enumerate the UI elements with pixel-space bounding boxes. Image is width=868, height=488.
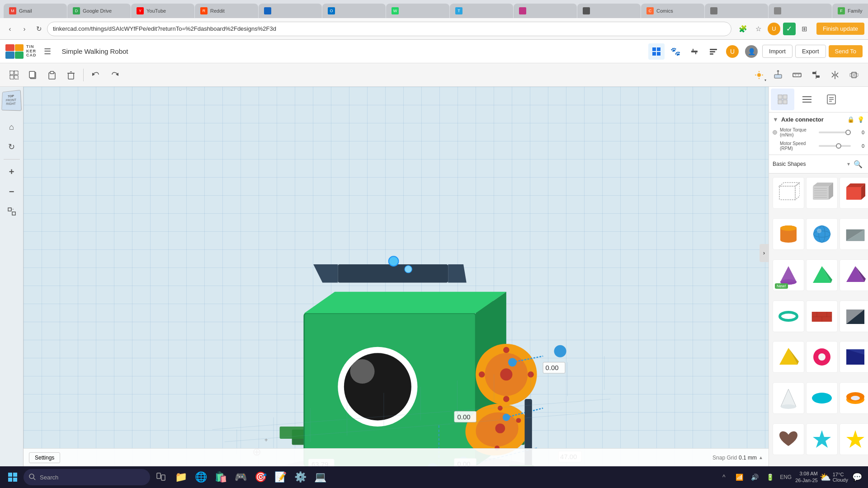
back-button[interactable]: ‹: [4, 23, 16, 35]
taskbar-edge[interactable]: 🌐: [192, 468, 210, 486]
hide-icons-button[interactable]: ^: [717, 470, 731, 484]
network-icon[interactable]: 📶: [732, 470, 746, 484]
tab-app4[interactable]: [769, 4, 832, 18]
paste-tool[interactable]: [43, 66, 61, 84]
profile-button[interactable]: U: [768, 23, 780, 35]
grid-view-panel-button[interactable]: [795, 89, 819, 110]
tab-yt[interactable]: Y YouTube: [131, 4, 194, 18]
tab-drive[interactable]: D Google Drive: [67, 4, 131, 18]
circuit-view-button[interactable]: [686, 43, 703, 60]
shape-pyramid-yellow[interactable]: [773, 341, 804, 373]
shape-cylinder[interactable]: [773, 218, 804, 250]
canvas-area[interactable]: 63.79 0.00 47.00 0.00 0.00: [24, 87, 769, 466]
workplane-tool[interactable]: [769, 66, 787, 84]
shape-box-solid[interactable]: [840, 177, 868, 209]
volume-icon[interactable]: 🔊: [747, 470, 762, 484]
taskbar-word[interactable]: 📝: [271, 468, 289, 486]
finish-update-button[interactable]: Finish update: [816, 23, 864, 35]
shape-cone-white[interactable]: [773, 382, 804, 414]
settings-profile-button[interactable]: 👤: [743, 43, 760, 60]
motor-speed-slider[interactable]: [819, 145, 851, 147]
shapes-dropdown-arrow[interactable]: ▾: [847, 161, 850, 167]
delete-tool[interactable]: [62, 66, 80, 84]
shape-star-teal[interactable]: [806, 423, 838, 455]
copy-tool[interactable]: [24, 66, 42, 84]
shapes-search-button[interactable]: 🔍: [852, 158, 864, 170]
taskbar-search-bar[interactable]: Search: [24, 469, 150, 485]
grid-view-button[interactable]: [648, 43, 665, 60]
taskbar-weather[interactable]: ⛅ 17°C Cloudy: [820, 472, 848, 483]
taskbar-explorer[interactable]: 📁: [172, 468, 190, 486]
tab-instagram[interactable]: [514, 4, 577, 18]
axle-collapse-button[interactable]: ▼: [773, 116, 778, 123]
refresh-button[interactable]: ↻: [33, 23, 45, 35]
align-tool[interactable]: [807, 66, 825, 84]
tinkercad-check-icon[interactable]: ✓: [783, 23, 796, 35]
shape-star-yellow[interactable]: [840, 423, 868, 455]
forward-button[interactable]: ›: [18, 23, 31, 35]
tab-whatsapp[interactable]: W: [386, 4, 449, 18]
taskbar-settings[interactable]: ⚙️: [291, 468, 309, 486]
shape-box-striped[interactable]: [806, 177, 838, 209]
tab-app1[interactable]: [259, 4, 322, 18]
battery-icon[interactable]: 🔋: [763, 470, 777, 484]
extensions-button[interactable]: 🧩: [737, 23, 750, 35]
light-tool[interactable]: ▾: [750, 66, 768, 84]
taskbar-dev[interactable]: 💻: [311, 468, 329, 486]
select-all-tool[interactable]: [5, 66, 23, 84]
panel-collapse-button[interactable]: ›: [760, 244, 769, 262]
axle-lock-icon[interactable]: 🔒: [847, 116, 854, 123]
shape-cone-new[interactable]: New!: [773, 259, 804, 291]
shape-heart[interactable]: [773, 423, 804, 455]
taskbar-clock[interactable]: 3:08 AM 26-Jan-25: [795, 470, 818, 484]
codeblock-button[interactable]: [705, 43, 722, 60]
start-button[interactable]: [4, 468, 22, 486]
task-view-button[interactable]: [152, 468, 170, 486]
shape-wedge[interactable]: [840, 218, 868, 250]
ruler-tool[interactable]: [788, 66, 806, 84]
tab-app2[interactable]: [577, 4, 641, 18]
taskbar-app1[interactable]: 🎯: [251, 468, 269, 486]
notes-view-button[interactable]: [820, 89, 843, 110]
extensions2-button[interactable]: ⊞: [798, 23, 811, 35]
notification-button[interactable]: 💬: [850, 470, 864, 484]
shape-sphere[interactable]: [806, 218, 838, 250]
settings-button[interactable]: Settings: [29, 452, 60, 463]
shape-torus-teal[interactable]: [773, 300, 804, 332]
import-button[interactable]: Import: [762, 45, 793, 58]
snap-grid-arrow[interactable]: ▲: [759, 455, 763, 460]
tab-reddit[interactable]: R Reddit: [195, 4, 258, 18]
shape-pyramid-purple[interactable]: [840, 259, 868, 291]
zoom-in-button[interactable]: +: [3, 163, 20, 180]
paw-view-button[interactable]: 🐾: [667, 43, 684, 60]
shape-torus-orange[interactable]: [840, 382, 868, 414]
shape-donut-pink[interactable]: [806, 341, 838, 373]
zoom-out-button[interactable]: −: [3, 183, 20, 200]
shape-brick[interactable]: [806, 300, 838, 332]
orbit-button[interactable]: ↻: [3, 138, 20, 155]
shape-ellipse-teal[interactable]: [806, 382, 838, 414]
home-view-button[interactable]: ⌂: [3, 118, 20, 136]
tab-family[interactable]: F Family: [832, 4, 868, 18]
hamburger-menu[interactable]: ☰: [40, 44, 55, 59]
mirror-tool[interactable]: [826, 66, 844, 84]
axle-bulb-icon[interactable]: 💡: [857, 116, 864, 123]
motor-torque-slider[interactable]: [819, 131, 851, 133]
tab-app3[interactable]: [705, 4, 768, 18]
bookmark-button[interactable]: ☆: [752, 23, 765, 35]
shape-box-hole[interactable]: [773, 177, 804, 209]
profile-header-button[interactable]: U: [724, 43, 741, 60]
shape-pyramid-green[interactable]: [806, 259, 838, 291]
tab-comics[interactable]: C Comics: [641, 4, 704, 18]
group-tool[interactable]: [845, 66, 863, 84]
undo-tool[interactable]: [87, 66, 104, 84]
taskbar-store[interactable]: 🛍️: [212, 468, 230, 486]
shape-wedge-navy[interactable]: [840, 300, 868, 332]
taskbar-steam[interactable]: 🎮: [231, 468, 250, 486]
redo-tool[interactable]: [106, 66, 123, 84]
tab-gmail[interactable]: M Gmail: [4, 4, 67, 18]
view-cube[interactable]: TOP FRONT RIGHT: [1, 90, 23, 112]
tab-telegram[interactable]: T: [450, 4, 513, 18]
address-input[interactable]: [47, 22, 731, 36]
tab-outlook[interactable]: O: [322, 4, 386, 18]
